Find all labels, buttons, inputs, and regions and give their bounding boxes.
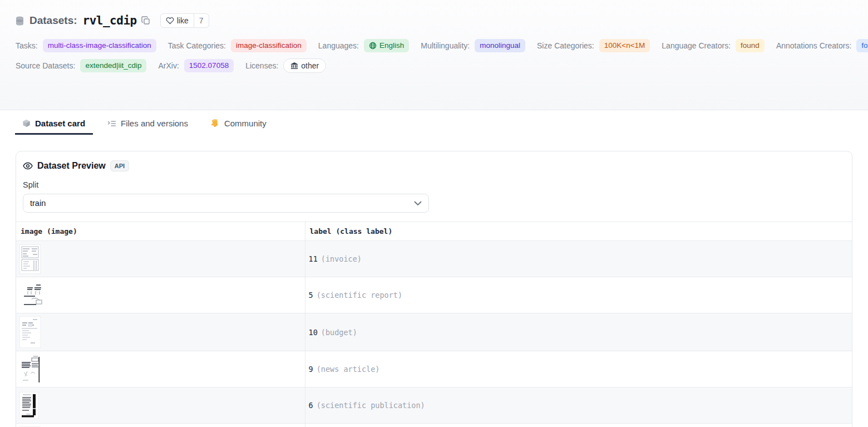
api-badge[interactable]: API (110, 160, 129, 171)
meta-licenses: Licenses: other (245, 58, 326, 73)
image-cell (16, 277, 305, 313)
document-thumbnail (19, 392, 38, 419)
meta-tasks: Tasks: multi-class-image-classification (16, 39, 156, 52)
label-name: (news article) (317, 365, 380, 374)
cube-icon (22, 119, 31, 127)
column-header-image: image (image) (16, 222, 305, 241)
tab-bar: Dataset card Files and versions Communit… (0, 112, 868, 134)
document-thumbnail (19, 244, 41, 274)
tag-language-label: English (379, 42, 404, 50)
dataset-preview-card: Dataset Preview API Split train image (i… (16, 151, 852, 427)
document-thumbnail (19, 355, 42, 384)
meta-label: Language Creators: (662, 41, 731, 50)
meta-source-datasets: Source Datasets: extended|iit_cdip (16, 59, 146, 72)
tag-arxiv[interactable]: 1502.07058 (184, 59, 234, 72)
split-select[interactable]: train (23, 194, 429, 213)
breadcrumb[interactable]: Datasets: (29, 14, 77, 27)
tag-language-creators[interactable]: found (736, 39, 765, 52)
label-cell: 11(invoice) (305, 241, 852, 277)
tag-license-label: other (301, 62, 319, 70)
tab-label: Files and versions (121, 119, 188, 128)
like-label: like (177, 16, 189, 25)
title-row: Datasets: rvl_cdip like 7 (16, 13, 852, 28)
eye-icon (23, 162, 33, 170)
document-thumbnail (19, 283, 51, 307)
label-value: 10 (309, 328, 318, 337)
tab-label: Dataset card (35, 119, 85, 128)
dataset-name: rvl_cdip (83, 14, 137, 27)
meta-size-categories: Size Categories: 100K<n<1M (537, 39, 650, 52)
tag-size-category[interactable]: 100K<n<1M (599, 39, 650, 52)
document-thumbnail (19, 316, 41, 348)
label-value: 6 (309, 401, 313, 410)
image-cell (16, 241, 305, 277)
label-name: (budget) (321, 328, 357, 337)
table-header-row: image (image) label (class label) (16, 222, 852, 241)
meta-label: Multilinguality: (421, 41, 470, 50)
label-cell: 5(scientific report) (305, 277, 852, 313)
table-row: 11(invoice) (16, 241, 852, 277)
table-row: 5(scientific report) (16, 277, 852, 313)
waving-hand-icon (210, 119, 220, 128)
meta-label: Task Categories: (168, 41, 226, 50)
heart-icon (166, 17, 174, 24)
meta-task-categories: Task Categories: image-classification (168, 39, 307, 52)
meta-label: Languages: (318, 41, 359, 50)
table-row: 9(news article) (16, 351, 852, 387)
tag-language[interactable]: English (364, 39, 409, 52)
meta-multilinguality: Multilinguality: monolingual (421, 39, 525, 52)
chevron-down-icon (414, 201, 422, 206)
label-cell: 9(news article) (305, 351, 852, 387)
label-value: 5 (309, 291, 313, 300)
tab-files-and-versions[interactable]: Files and versions (100, 112, 195, 134)
preview-table: image (image) label (class label) (16, 222, 852, 427)
tab-community[interactable]: Community (203, 112, 274, 134)
dataset-header: Datasets: rvl_cdip like 7 Tasks: multi-c… (0, 0, 868, 110)
image-cell (16, 313, 305, 351)
versions-icon (107, 120, 116, 127)
tag-multilinguality[interactable]: monolingual (475, 39, 525, 52)
copy-icon[interactable] (141, 16, 150, 25)
preview-title: Dataset Preview (37, 161, 106, 171)
meta-label: Tasks: (16, 41, 38, 50)
tag-source-dataset[interactable]: extended|iit_cdip (80, 59, 146, 72)
meta-label: Licenses: (245, 61, 278, 70)
like-count[interactable]: 7 (194, 14, 209, 27)
meta-label: ArXiv: (158, 61, 179, 70)
tab-dataset-card[interactable]: Dataset card (16, 112, 92, 134)
table-row: 10(budget) (16, 313, 852, 351)
tag-annotations-creators[interactable]: found (856, 39, 868, 52)
main-content: Dataset Preview API Split train image (i… (0, 134, 868, 427)
tab-label: Community (224, 119, 267, 128)
label-value: 9 (309, 365, 313, 374)
label-value: 11 (309, 254, 318, 263)
metadata-row-2: Source Datasets: extended|iit_cdip ArXiv… (16, 58, 852, 73)
label-name: (scientific report) (317, 291, 402, 300)
table-row: 6(scientific publication) (16, 387, 852, 424)
like-button[interactable]: like 7 (160, 13, 209, 28)
image-cell (16, 351, 305, 387)
meta-annotations-creators: Annotations Creators: found (776, 39, 868, 52)
label-cell (305, 424, 852, 427)
meta-arxiv: ArXiv: 1502.07058 (158, 59, 234, 72)
tag-task-category[interactable]: image-classification (231, 39, 307, 52)
split-selected-value: train (30, 199, 46, 208)
preview-header: Dataset Preview API Split train (16, 151, 852, 213)
meta-label: Annotations Creators: (776, 41, 851, 50)
meta-languages: Languages: English (318, 39, 409, 52)
tag-task[interactable]: multi-class-image-classification (43, 39, 156, 52)
metadata-row-1: Tasks: multi-class-image-classification … (16, 39, 852, 52)
label-name: (scientific publication) (317, 401, 425, 410)
table-row (16, 424, 852, 427)
meta-language-creators: Language Creators: found (662, 39, 765, 52)
image-cell (16, 387, 305, 424)
database-icon (16, 16, 24, 26)
label-cell: 10(budget) (305, 313, 852, 351)
meta-label: Size Categories: (537, 41, 594, 50)
image-cell (16, 424, 305, 427)
split-label: Split (23, 180, 845, 189)
tag-license[interactable]: other (283, 58, 326, 73)
label-cell: 6(scientific publication) (305, 387, 852, 424)
globe-icon (369, 42, 377, 50)
meta-label: Source Datasets: (16, 61, 75, 70)
